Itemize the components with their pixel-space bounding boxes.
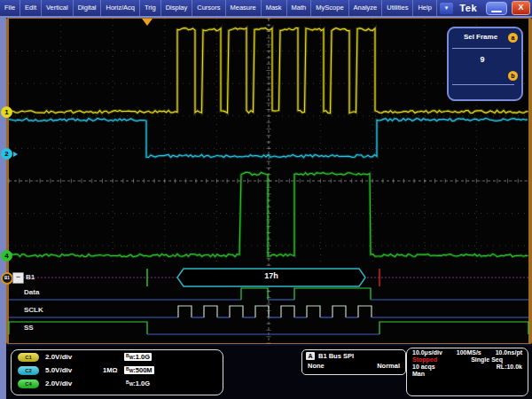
menu-item-myscope[interactable]: MyScope xyxy=(311,0,348,16)
menu-item-vertical[interactable]: Vertical xyxy=(42,0,74,16)
acquisition-state: Stopped xyxy=(412,356,437,363)
menu-item-utilities[interactable]: Utilities xyxy=(382,0,413,16)
divider xyxy=(452,84,514,85)
menu-item-display[interactable]: Display xyxy=(161,0,193,16)
sel-frame-panel: Sel Frame a 9 b xyxy=(447,27,523,101)
trigger-readout-panel[interactable]: A B1 Bus SPI None Normal xyxy=(301,349,406,375)
menu-item-analyze[interactable]: Analyze xyxy=(349,0,383,16)
ch4-scale: 2.0V/div xyxy=(45,379,91,387)
ch4-badge: C4 xyxy=(18,379,39,388)
bus-collapse-button[interactable]: − xyxy=(12,272,24,284)
record-length: RL:10.0k xyxy=(497,364,522,370)
trigger-slope: None xyxy=(308,362,325,370)
bus-row-label-data: Data xyxy=(24,288,39,296)
menu-item-trig[interactable]: Trig xyxy=(140,0,161,16)
ch2-bandwidth: BW:500M xyxy=(124,366,154,374)
ch1-position-marker[interactable]: 1 xyxy=(1,106,12,118)
readout-bar: C1 2.0V/div BW:1.0G C2 5.0V/div 1MΩ BW:5… xyxy=(6,346,532,399)
ch1-scale: 2.0V/div xyxy=(45,353,91,361)
ch1-readout-row[interactable]: C1 2.0V/div BW:1.0G xyxy=(12,350,223,364)
acquisition-readout-panel[interactable]: 10.0μs/div 100MS/s 10.0ns/pt Stopped Sin… xyxy=(406,348,528,396)
ch4-position-marker[interactable]: 4 xyxy=(1,250,12,262)
ch2-readout-row[interactable]: C2 5.0V/div 1MΩ BW:500M xyxy=(12,364,223,377)
menu-item-mask[interactable]: Mask xyxy=(262,0,287,16)
close-button[interactable]: X xyxy=(512,1,530,15)
menu-item-edit[interactable]: Edit xyxy=(20,0,42,16)
acquisition-mode: Single Seq xyxy=(471,356,503,363)
menu-item-digital[interactable]: Digital xyxy=(74,0,102,16)
tek-logo: Tek xyxy=(459,3,477,13)
ch2-position-marker[interactable]: 2 xyxy=(1,148,12,160)
minimize-button[interactable] xyxy=(486,2,507,15)
resolution-readout: 10.0ns/pt xyxy=(496,349,522,356)
ch2-impedance: 1MΩ xyxy=(103,366,117,374)
acquisition-count: 10 acqs xyxy=(412,364,435,370)
menu-item-cursors[interactable]: Cursors xyxy=(192,0,225,16)
frame-highlight xyxy=(0,16,532,18)
bus-row-label-sclk: SCLK xyxy=(24,306,43,314)
menu-items: FileEditVerticalDigitalHoriz/AcqTrigDisp… xyxy=(0,0,437,16)
menu-item-math[interactable]: Math xyxy=(287,0,312,16)
knob-b-badge[interactable]: b xyxy=(508,71,518,81)
trigger-a-badge: A xyxy=(306,352,315,360)
timebase-readout: 10.0μs/div xyxy=(412,349,442,356)
trigger-source: B1 Bus SPI xyxy=(318,352,354,360)
menu-bar: FileEditVerticalDigitalHoriz/AcqTrigDisp… xyxy=(0,0,532,16)
knob-a-badge[interactable]: a xyxy=(508,33,518,43)
channel-readout-panel[interactable]: C1 2.0V/div BW:1.0G C2 5.0V/div 1MΩ BW:5… xyxy=(11,349,223,395)
ch4-readout-row[interactable]: C4 2.0V/div BW:1.0G xyxy=(12,377,223,390)
ch4-bandwidth: BW:1.0G xyxy=(124,379,152,387)
sel-frame-value[interactable]: 9 xyxy=(449,55,516,64)
sample-rate-readout: 100MS/s xyxy=(457,349,481,356)
ch2-arrow-icon xyxy=(13,152,18,157)
menu-item-measure[interactable]: Measure xyxy=(226,0,262,16)
bus-decode-value: 17h xyxy=(177,271,365,280)
bus-label[interactable]: B1 xyxy=(26,273,35,281)
trigger-mode: Normal xyxy=(377,362,400,370)
menu-item-file[interactable]: File xyxy=(0,0,20,16)
sel-frame-title: Sel Frame xyxy=(449,33,512,41)
ch1-bandwidth: BW:1.0G xyxy=(124,353,152,361)
bus-row-label-ss: SS xyxy=(24,324,34,332)
menu-item-horizacq[interactable]: Horiz/Acq xyxy=(101,0,140,16)
bus-position-marker[interactable]: B1 xyxy=(1,272,13,285)
menu-overflow-button[interactable]: ▼ xyxy=(440,3,453,14)
divider xyxy=(452,48,511,49)
ch1-badge: C1 xyxy=(18,353,39,362)
ch2-scale: 5.0V/div xyxy=(45,366,91,374)
menu-item-help[interactable]: Help xyxy=(413,0,436,16)
manual-indicator: Man xyxy=(412,371,425,377)
oscilloscope-screen: FileEditVerticalDigitalHoriz/AcqTrigDisp… xyxy=(0,0,532,399)
ch2-badge: C2 xyxy=(18,366,39,375)
